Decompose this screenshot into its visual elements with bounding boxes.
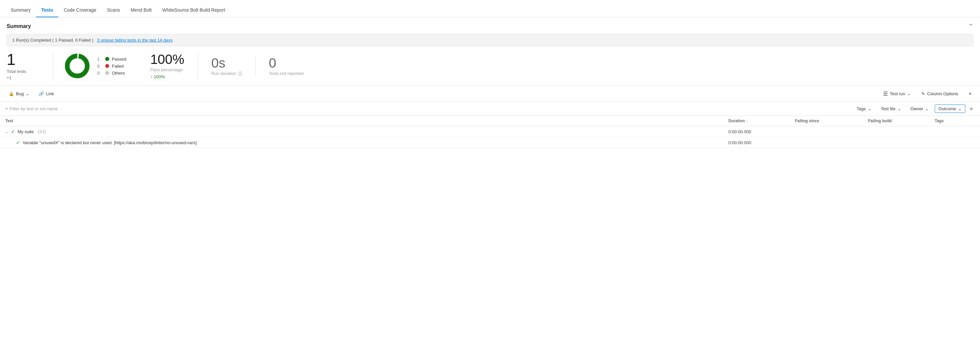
failed-dot [105,64,109,68]
outcome-chevron-icon: ⌄ [958,106,962,111]
filter-right: Tags ⌄ Test file ⌄ Owner ⌄ Outcome ⌄ ✕ [853,105,975,113]
duration-num: 0s [212,56,242,70]
summary-section: Summary ⌃ 1 Run(s) Completed ( 1 Passed,… [0,18,980,86]
owner-chevron-icon: ⌄ [925,106,929,111]
total-tests-num: 1 [7,52,45,68]
tags-filter-button[interactable]: Tags ⌄ [853,105,875,113]
filter-bar: ≡ Filter by test or run name Tags ⌄ Test… [0,102,980,116]
suite-check-icon: ✓ [11,129,15,134]
toolbar-right: ☰ Test run ⌄ ✎ Column Options ≡ [880,89,975,99]
table-header: Test Duration ↓ Failing since Failing bu… [0,116,980,126]
stats-row: 1 Total tests +1 1 Passed 0 [7,52,973,80]
collapse-suite-icon[interactable]: ⌄ [5,129,8,134]
suite-count: (1/1) [38,129,46,134]
nav-item-summary[interactable]: Summary [5,3,36,18]
stat-pass-pct: 100% Pass percentage ↑ 100% [137,53,198,79]
failed-label: Failed [112,64,124,68]
test-table: Test Duration ↓ Failing since Failing bu… [0,116,980,148]
bug-button[interactable]: 🔒 Bug ⌄ [5,89,33,98]
th-tags: Tags [935,119,975,123]
close-filter-button[interactable]: ✕ [968,105,975,112]
passed-label: Passed [112,57,126,62]
top-nav: Summary Tests Code Coverage Scans Mend B… [0,0,980,18]
test-run-icon: ☰ [883,91,888,97]
th-test: Test [5,119,728,123]
pass-trend: ↑ 100% [150,74,184,79]
lines-icon: ≡ [969,91,971,96]
test-file-filter-button[interactable]: Test file ⌄ [877,105,904,113]
suite-duration: 0:00:00.000 [728,129,795,134]
total-tests-label: Total tests [7,69,45,74]
others-label: Others [112,71,125,76]
pass-pct-label: Pass percentage [150,67,184,72]
trend-arrow-icon: ↑ [150,74,153,79]
legend-failed: 0 Failed [97,64,126,68]
nav-item-scans[interactable]: Scans [102,3,126,18]
others-dot [105,71,109,75]
collapse-button[interactable]: ⌃ [968,23,973,30]
bug-chevron-icon: ⌄ [25,91,29,96]
more-options-button[interactable]: ≡ [966,89,975,98]
nav-item-tests[interactable]: Tests [36,3,59,18]
lock-icon: 🔒 [9,91,14,96]
runs-bar: 1 Run(s) Completed ( 1 Passed, 0 Failed … [7,34,973,46]
stat-not-reported: 0 Tests not reported [256,56,317,76]
table-row: ⌄ ✓ My suite (1/1) 0:00:00.000 [0,126,980,137]
summary-header: Summary ⌃ [7,23,973,30]
failing-tests-link[interactable]: 3 unique failing tests in the last 14 da… [97,38,172,43]
test-duration: 0:00:00.000 [728,140,795,145]
link-button[interactable]: 🔗 Link [35,89,57,98]
pass-pct-num: 100% [150,53,184,66]
not-reported-label: Tests not reported [269,71,304,76]
stat-duration: 0s Run duration i [198,56,256,76]
sort-icon: ↓ [746,119,748,123]
suite-test-cell: ⌄ ✓ My suite (1/1) [5,129,728,134]
not-reported-num: 0 [269,56,304,70]
filter-lines-icon: ≡ [5,106,8,111]
legend: 1 Passed 0 Failed 0 Others [97,57,126,76]
test-file-chevron-icon: ⌄ [897,106,901,111]
svg-point-2 [70,59,84,73]
duration-label: Run duration i [212,71,242,76]
info-icon: i [238,72,242,76]
suite-name: My suite [18,129,33,134]
tags-chevron-icon: ⌄ [868,106,872,111]
link-icon: 🔗 [39,91,44,96]
legend-others: 0 Others [97,71,126,76]
donut-container: 1 Passed 0 Failed 0 Others [53,53,137,79]
pencil-icon: ✎ [921,91,925,96]
runs-text: 1 Run(s) Completed ( 1 Passed, 0 Failed … [12,38,94,43]
nav-item-whitesource[interactable]: WhiteSource Bolt Build Report [157,3,231,18]
total-plus: +1 [7,75,45,80]
test-name: Variable "unusedX" is declared but never… [23,140,197,145]
legend-passed: 1 Passed [97,57,126,62]
owner-filter-button[interactable]: Owner ⌄ [907,105,932,113]
th-failing-build: Failing build [868,119,935,123]
test-run-button[interactable]: ☰ Test run ⌄ [880,89,914,99]
filter-input-area: ≡ Filter by test or run name [5,106,849,111]
toolbar: 🔒 Bug ⌄ 🔗 Link ☰ Test run ⌄ ✎ Column Opt… [0,86,980,102]
nav-item-code-coverage[interactable]: Code Coverage [58,3,102,18]
passed-dot [105,57,109,61]
th-failing-since: Failing since [795,119,868,123]
th-duration[interactable]: Duration ↓ [728,119,795,123]
toolbar-left: 🔒 Bug ⌄ 🔗 Link [5,89,57,98]
column-options-button[interactable]: ✎ Column Options [918,89,961,98]
outcome-filter-active[interactable]: Outcome ⌄ [935,105,966,113]
test-test-cell: ✓ Variable "unusedX" is declared but nev… [5,140,728,145]
stat-total: 1 Total tests +1 [7,52,53,80]
summary-title: Summary [7,23,31,29]
donut-chart [64,53,91,79]
table-row: ✓ Variable "unusedX" is declared but nev… [0,137,980,148]
test-run-chevron-icon: ⌄ [907,91,911,96]
test-check-icon: ✓ [16,140,20,145]
nav-item-mend-bolt[interactable]: Mend Bolt [125,3,157,18]
